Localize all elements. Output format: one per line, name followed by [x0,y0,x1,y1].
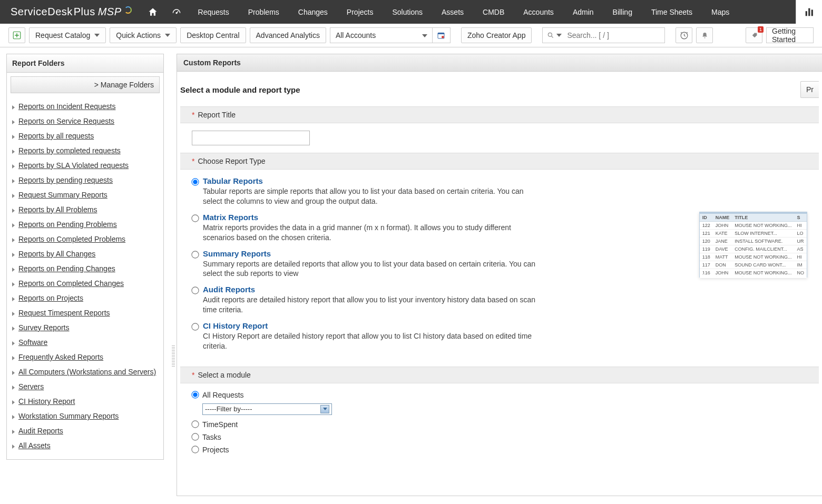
folder-link[interactable]: Reports on Service Requests [18,117,114,125]
preview-header: NAME [713,214,732,222]
folder-link[interactable]: Audit Reports [18,427,63,435]
report-type-title[interactable]: Matrix Reports [203,213,540,222]
folder-link[interactable]: Reports on Incident Requests [18,102,115,111]
nav-tab-time-sheets[interactable]: Time Sheets [642,0,702,24]
folder-link[interactable]: Reports on Completed Changes [18,279,124,288]
manage-folders-link[interactable]: > Manage Folders [11,76,160,93]
preview-cell: 116 [700,269,713,277]
select-module-section: *Select a module [180,367,819,383]
accounts-select-label: All Accounts [336,31,376,39]
preview-header: S [795,214,807,222]
accounts-select[interactable]: All Accounts [330,27,433,43]
report-type-option: CI History ReportCI History Report are d… [192,320,540,356]
home-icon[interactable] [141,0,165,24]
report-type-radio[interactable] [191,323,199,330]
select-module-label: Select a module [198,371,250,379]
accounts-calendar-icon[interactable] [433,27,451,43]
folder-link[interactable]: Reports on Pending Changes [18,264,115,273]
folder-link[interactable]: Reports by all requests [18,132,94,140]
nav-tab-projects[interactable]: Projects [337,0,383,24]
quick-actions-label: Quick Actions [116,31,161,39]
preview-cell: AS [795,245,807,253]
report-type-radio[interactable] [191,178,199,185]
folder-link[interactable]: Reports on Projects [18,294,83,302]
module-label: TimeSpent [202,420,238,429]
top-nav: ServiceDesk Plus MSP RequestsProblemsCha… [0,0,822,24]
report-title-input[interactable] [192,131,310,145]
folder-link[interactable]: All Assets [18,441,51,450]
notifications-icon[interactable] [696,27,713,43]
svg-rect-6 [438,33,444,34]
report-type-title[interactable]: Tabular Reports [203,176,540,185]
nav-tab-changes[interactable]: Changes [289,0,337,24]
folder-link[interactable]: Software [18,338,47,347]
folder-item: Reports on Service Requests [11,114,159,129]
module-radio[interactable] [191,391,199,399]
folder-item: All Computers (Workstations and Servers) [11,364,159,379]
folder-link[interactable]: Workstation Summary Reports [18,412,119,420]
nav-tab-billing[interactable]: Billing [603,0,642,24]
desktop-central-label: Desktop Central [187,31,239,39]
module-radio[interactable] [191,446,199,453]
folder-link[interactable]: Servers [18,382,44,391]
folder-link[interactable]: Frequently Asked Reports [18,353,103,361]
getting-started-button[interactable]: Getting Started [766,27,814,43]
report-type-radio[interactable] [191,214,199,222]
report-type-title[interactable]: CI History Report [203,321,540,330]
nav-tab-cmdb[interactable]: CMDB [473,0,514,24]
filter-by-select[interactable]: -----Filter by----- [202,403,332,415]
folder-link[interactable]: Request Summary Reports [18,191,107,199]
main-content: Custom Reports Select a module and repor… [177,47,822,496]
advanced-analytics-button[interactable]: Advanced Analytics [250,27,326,43]
folder-link[interactable]: Reports on Completed Problems [18,235,125,243]
folder-link[interactable]: Reports by SLA Violated requests [18,161,129,170]
sidebar-title: Report Folders [7,54,163,73]
preview-row: 117DONSOUND CARD WONT...IM [700,261,807,269]
panel-splitter[interactable] [170,47,177,496]
recent-items-icon[interactable] [676,27,692,43]
module-radio[interactable] [191,433,199,441]
folder-link[interactable]: Reports on Pending Problems [18,220,117,229]
nav-tab-maps[interactable]: Maps [702,0,739,24]
folder-item: Reports on Completed Changes [11,276,159,291]
preview-row: 116JOHNMOUSE NOT WORKING...NO [700,269,807,277]
folder-link[interactable]: CI History Report [18,397,75,406]
announcements-icon[interactable]: 1 [746,27,762,43]
folder-link[interactable]: Survey Reports [18,323,69,332]
module-radio[interactable] [191,421,199,428]
report-type-title[interactable]: Audit Reports [203,285,540,294]
folder-link[interactable]: Reports by All Changes [18,250,95,258]
nav-tab-admin[interactable]: Admin [563,0,603,24]
nav-tab-accounts[interactable]: Accounts [514,0,563,24]
module-option: Projects [192,443,807,456]
report-type-title[interactable]: Summary Reports [203,249,540,258]
nav-tab-requests[interactable]: Requests [189,0,239,24]
folder-link[interactable]: Reports by completed requests [18,146,121,155]
preview-cell: 122 [700,222,713,230]
quick-actions-dropdown[interactable]: Quick Actions [110,27,177,43]
desktop-central-button[interactable]: Desktop Central [180,27,246,43]
new-request-icon[interactable] [8,27,25,43]
folder-link[interactable]: All Computers (Workstations and Servers) [18,368,156,376]
preview-cell: JOHN [713,269,732,277]
dashboard-icon[interactable] [165,0,189,24]
search-box[interactable] [542,27,665,43]
zoho-creator-button[interactable]: Zoho Creator App [461,27,532,43]
report-type-radio[interactable] [191,251,199,258]
preview-cell: DAVE [713,245,732,253]
folder-link[interactable]: Reports by All Problems [18,205,97,214]
folder-link[interactable]: Request Timespent Reports [18,309,110,317]
nav-tab-assets[interactable]: Assets [432,0,473,24]
module-option: Tasks [192,431,807,443]
nav-tab-solutions[interactable]: Solutions [383,0,432,24]
nav-tab-problems[interactable]: Problems [239,0,289,24]
search-input[interactable] [566,31,660,40]
report-type-radio[interactable] [191,287,199,294]
folder-link[interactable]: Reports by pending requests [18,176,113,184]
reports-chart-icon[interactable] [796,0,822,24]
folder-item: Request Summary Reports [11,187,159,202]
report-type-option: Audit ReportsAudit reports are detailed … [192,283,540,320]
preview-button[interactable]: Pr [800,81,819,98]
request-catalog-dropdown[interactable]: Request Catalog [29,27,106,43]
folder-item: Software [11,335,159,350]
